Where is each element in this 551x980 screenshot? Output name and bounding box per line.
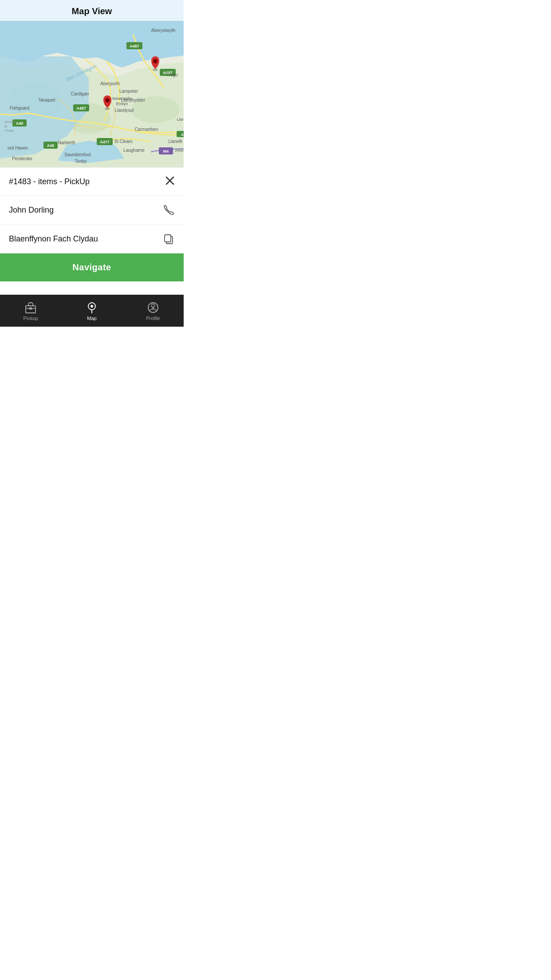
copy-icon[interactable] [162,233,175,245]
tab-profile-label: Profile [146,316,160,321]
svg-text:Lampeter: Lampeter [119,89,138,94]
svg-text:St Clears: St Clears [114,139,132,144]
svg-text:A40: A40 [47,143,55,148]
svg-text:ord Haven: ord Haven [8,146,28,150]
svg-text:l Park: l Park [4,129,14,133]
svg-text:Emlyn: Emlyn [116,101,128,106]
svg-text:A4: A4 [181,133,184,137]
svg-text:Laugharne: Laugharne [123,148,145,153]
svg-text:Aberystwyth: Aberystwyth [151,28,175,33]
svg-text:Llandeil: Llandeil [177,117,184,122]
svg-text:Trego: Trego [166,72,178,77]
svg-text:A477: A477 [100,140,110,144]
svg-point-64 [91,305,93,308]
address-row: Blaenffynon Fach Clydau [0,225,184,253]
svg-text:Newport: Newport [39,98,55,103]
svg-text:eeshire: eeshire [4,120,16,124]
order-row: #1483 - items - PickUp [0,168,184,196]
svg-text:A40: A40 [16,121,24,126]
profile-icon: i [147,301,159,314]
svg-text:Fishguard: Fishguard [10,106,29,111]
svg-text:st: st [4,124,8,128]
svg-text:Saundersfoot: Saundersfoot [64,152,91,157]
svg-text:M4: M4 [163,149,169,154]
map-svg: A487 A487 A487 A40 A40 A477 A4 M4 Aberys… [0,21,184,167]
svg-text:Tenby: Tenby [75,159,87,164]
map-icon [86,301,98,314]
svg-rect-59 [165,235,171,242]
svg-rect-62 [29,308,32,310]
svg-text:Pembroke: Pembroke [12,156,32,161]
svg-text:i: i [152,304,154,311]
svg-text:A487: A487 [130,44,139,48]
svg-text:Carmarthen: Carmarthen [135,127,158,132]
tab-map-label: Map [87,316,96,321]
customer-name: John Dorling [9,205,54,215]
svg-text:Aberporth: Aberporth [100,81,120,86]
svg-text:Cardigan: Cardigan [71,91,89,96]
tab-pickup-label: Pickup [23,316,38,321]
order-label: #1483 - items - PickUp [9,177,90,186]
tab-pickup[interactable]: Pickup [0,301,61,321]
map-view[interactable]: A487 A487 A487 A40 A40 A477 A4 M4 Aberys… [0,21,184,167]
svg-text:Ammanfo: Ammanfo [175,148,184,153]
svg-text:Llanelli: Llanelli [168,139,182,144]
svg-point-55 [105,98,110,103]
tab-profile[interactable]: i Profile [122,301,184,321]
address-text: Blaenffynon Fach Clydau [9,234,98,244]
svg-text:Newcastle: Newcastle [112,96,132,101]
svg-point-53 [153,59,157,63]
customer-row: John Dorling [0,196,184,225]
svg-text:Llandysul: Llandysul [115,108,134,113]
navigate-button[interactable]: Navigate [0,253,184,281]
svg-text:Narberth: Narberth [58,140,75,145]
tab-bar: Pickup Map i Profile [0,295,184,327]
svg-text:A487: A487 [76,106,86,111]
bottom-panel: #1483 - items - PickUp John Dorling Blae… [0,167,184,281]
phone-icon[interactable] [162,204,175,216]
page-title: Map View [72,6,112,16]
tab-map[interactable]: Map [61,301,122,321]
app-header: Map View [0,0,184,21]
close-button[interactable] [165,176,175,187]
pickup-icon [24,301,37,314]
